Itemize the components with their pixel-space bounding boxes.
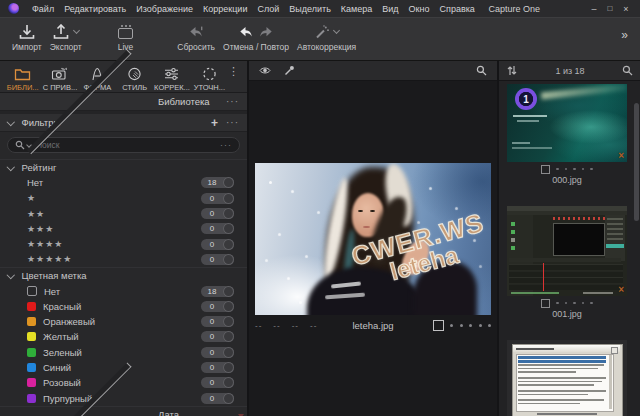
menu-edit[interactable]: Редактировать — [59, 4, 131, 14]
rating-row-2star[interactable]: ★★ 0 — [0, 206, 247, 221]
thumbnail-filename: 000.jpg — [507, 174, 627, 186]
library-section-header[interactable]: Библиотека ··· — [0, 93, 247, 111]
date-section-header[interactable]: Дата — [0, 406, 247, 416]
menu-file[interactable]: Файл — [27, 4, 59, 14]
rating-row-5star[interactable]: ★★★★★ 0 — [0, 252, 247, 267]
minimize-button[interactable]: – — [586, 4, 602, 14]
folder-icon — [14, 64, 31, 83]
photo-leteha[interactable]: CWER.WS leteha — [255, 163, 491, 315]
tab-capture[interactable]: С ПРИВ... — [41, 64, 78, 92]
library-more-button[interactable]: ··· — [226, 96, 239, 107]
undo-icon[interactable] — [239, 26, 253, 38]
rating-row-none[interactable]: Нет 18 — [0, 175, 247, 190]
filters-more-button[interactable]: ··· — [226, 117, 239, 128]
count-toggle[interactable]: 0 — [201, 331, 234, 342]
rating-dots[interactable] — [550, 302, 593, 305]
redo-icon[interactable] — [259, 26, 273, 38]
menu-image[interactable]: Изображение — [131, 4, 198, 14]
color-row-pink[interactable]: Розовый 0 — [0, 375, 247, 390]
thumbnail-001[interactable]: × 001.jpg — [507, 206, 627, 320]
toolbar-overflow-button[interactable]: » — [617, 28, 632, 42]
rating-dots[interactable] — [550, 168, 593, 171]
count-toggle[interactable]: 0 — [201, 239, 234, 250]
filters-section-header[interactable]: Фильтры + ··· — [0, 114, 247, 132]
rating-row-1star[interactable]: ★ 0 — [0, 191, 247, 206]
tab-library[interactable]: БИБЛИ... — [4, 64, 41, 92]
camera-icon — [51, 64, 69, 83]
count-toggle[interactable]: 0 — [201, 208, 234, 219]
menu-window[interactable]: Окно — [404, 4, 435, 14]
autocorrect-dropdown-icon[interactable] — [333, 26, 340, 33]
rating-dots[interactable] — [444, 324, 492, 327]
count-toggle[interactable]: 0 — [201, 193, 234, 204]
menu-layer[interactable]: Слой — [252, 4, 284, 14]
color-row-yellow[interactable]: Желтый 0 — [0, 329, 247, 344]
import-label: Импорт — [12, 42, 42, 52]
style-sphere-icon — [126, 64, 143, 83]
export-dropdown-icon[interactable] — [73, 26, 80, 33]
menu-help[interactable]: Справка — [435, 4, 480, 14]
color-picker-icon[interactable] — [284, 65, 295, 76]
watermark-x-icon: × — [618, 284, 624, 295]
color-row-orange[interactable]: Оранжевый 0 — [0, 314, 247, 329]
menu-camera[interactable]: Камера — [336, 4, 377, 14]
thumbnail-image[interactable]: × — [507, 206, 627, 296]
color-label-section-header[interactable]: Цветная метка — [0, 267, 247, 283]
thumbnail-000[interactable]: 1 × 000.jpg — [507, 84, 627, 186]
viewer-area: CWER.WS leteha -------- leteha.jpg — [249, 61, 499, 416]
count-toggle[interactable]: 0 — [201, 254, 234, 265]
count-toggle[interactable]: 0 — [201, 316, 234, 327]
export-button[interactable]: Экспорт — [50, 18, 82, 60]
undo-redo-button[interactable]: Отмена / Повтор — [223, 18, 289, 60]
proof-eye-icon[interactable] — [259, 66, 271, 75]
title-bar: Файл Редактировать Изображение Коррекции… — [0, 0, 640, 17]
browser-scrollbar[interactable] — [634, 103, 639, 221]
viewer-toolbar — [249, 61, 497, 81]
close-button[interactable]: × — [618, 4, 634, 14]
reset-button[interactable]: Сбросить — [177, 18, 215, 60]
count-toggle[interactable]: 18 — [201, 177, 234, 188]
rating-section-header[interactable]: Рейтинг — [0, 159, 247, 175]
count-toggle[interactable]: 0 — [201, 347, 234, 358]
color-swatch-pink — [27, 378, 36, 387]
browser-zoom-icon[interactable] — [622, 65, 633, 76]
rating-row-4star[interactable]: ★★★★ 0 — [0, 236, 247, 251]
viewer-zoom-icon[interactable] — [476, 65, 487, 76]
autocorrect-button[interactable]: Автокоррекция — [297, 18, 356, 60]
tab-refine[interactable]: УТОЧН... — [191, 64, 228, 92]
sort-icon[interactable] — [506, 65, 518, 76]
color-tag-checkbox[interactable] — [541, 165, 550, 174]
color-swatch-red — [27, 302, 36, 311]
count-toggle[interactable]: 0 — [201, 377, 234, 388]
count-toggle[interactable]: 18 — [201, 286, 234, 297]
rating-row-3star[interactable]: ★★★ 0 — [0, 221, 247, 236]
count-toggle[interactable]: 0 — [201, 362, 234, 373]
maximize-button[interactable]: □ — [602, 4, 618, 13]
color-row-none[interactable]: Нет 18 — [0, 283, 247, 298]
thumbnail-list: 1 × 000.jpg — [499, 81, 640, 416]
color-row-red[interactable]: Красный 0 — [0, 299, 247, 314]
color-row-green[interactable]: Зеленый 0 — [0, 345, 247, 360]
thumbnail-image[interactable]: 1 × — [507, 84, 627, 162]
color-swatch-blue — [27, 363, 36, 372]
tab-adjustments[interactable]: КОРРЕК... — [153, 64, 190, 92]
import-button[interactable]: Импорт — [12, 18, 42, 60]
tab-style[interactable]: СТИЛЬ — [116, 64, 153, 92]
browser-panel: 1 из 18 1 × 000. — [499, 61, 640, 416]
color-tag-checkbox[interactable] — [541, 299, 550, 308]
count-toggle[interactable]: 0 — [201, 223, 234, 234]
color-tag-checkbox[interactable] — [433, 320, 444, 331]
viewer-canvas[interactable]: CWER.WS leteha -------- leteha.jpg — [249, 81, 497, 416]
menu-adjustments[interactable]: Коррекции — [198, 4, 252, 14]
app-logo-icon — [8, 3, 19, 14]
thumbnail-image[interactable] — [507, 340, 627, 416]
menu-select[interactable]: Выделить — [284, 4, 336, 14]
count-toggle[interactable]: 0 — [201, 393, 234, 404]
menu-view[interactable]: Вид — [377, 4, 403, 14]
add-filter-button[interactable]: + — [211, 118, 218, 128]
color-row-purple[interactable]: Пурпурный 0 — [0, 390, 247, 405]
count-toggle[interactable]: 0 — [201, 301, 234, 312]
search-more-button[interactable]: ··· — [220, 140, 232, 150]
thumbnail-002[interactable] — [507, 340, 627, 416]
tab-more-button[interactable]: ⋮ — [228, 64, 245, 76]
